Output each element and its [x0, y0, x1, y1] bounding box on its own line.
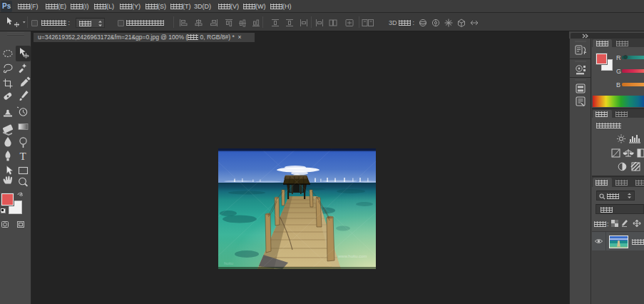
- svg-text:huitu: huitu: [224, 261, 233, 265]
- svg-text:www.huitu.com: www.huitu.com: [337, 254, 367, 258]
- svg-text:T: T: [20, 151, 26, 162]
